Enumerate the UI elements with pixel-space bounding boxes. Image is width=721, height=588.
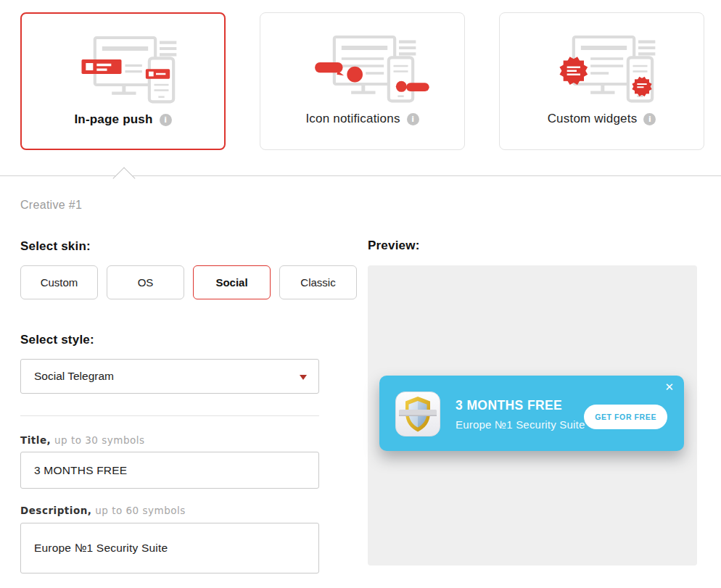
preview-heading: Preview:: [368, 239, 420, 253]
preview-area: 3 MONTHS FREE Europe №1 Security Suite G…: [368, 265, 697, 566]
chevron-down-icon: [300, 375, 307, 380]
format-card-label: Icon notifications: [305, 112, 400, 126]
info-icon[interactable]: i: [160, 114, 172, 126]
description-input-value: Europe №1 Security Suite: [34, 542, 168, 555]
desktop-mobile-badge-icon: [294, 33, 432, 106]
skin-options: Custom OS Social Classic: [20, 265, 357, 299]
description-input[interactable]: Europe №1 Security Suite: [20, 523, 319, 573]
description-field-label: Description, up to 60 symbols: [20, 505, 186, 516]
format-card-label: Custom widgets: [548, 112, 638, 126]
skin-option-custom[interactable]: Custom: [20, 265, 98, 299]
selected-card-notch: [112, 167, 135, 189]
desktop-mobile-widget-icon: [533, 33, 671, 106]
format-card-in-page-push[interactable]: In-page push i: [20, 12, 226, 150]
security-shield-icon: [395, 392, 440, 436]
creative-label: Creative #1: [20, 199, 82, 212]
skin-option-classic[interactable]: Classic: [279, 265, 357, 299]
notification-preview-card: 3 MONTHS FREE Europe №1 Security Suite G…: [379, 376, 684, 451]
desktop-mobile-push-icon: [54, 34, 192, 107]
title-input[interactable]: 3 MONTHS FREE: [20, 452, 319, 489]
info-icon[interactable]: i: [407, 113, 419, 125]
section-divider: [0, 175, 721, 176]
select-skin-heading: Select skin:: [20, 239, 91, 254]
get-for-free-button[interactable]: GET FOR FREE: [584, 405, 667, 429]
form-divider: [20, 415, 319, 416]
format-card-label: In-page push: [74, 112, 152, 127]
notification-text-block: 3 MONTHS FREE Europe №1 Security Suite: [456, 398, 585, 431]
close-icon[interactable]: ✕: [664, 381, 674, 394]
title-field-label: Title, up to 30 symbols: [20, 434, 145, 446]
style-dropdown-value: Social Telegram: [21, 370, 114, 383]
style-dropdown[interactable]: Social Telegram: [20, 359, 319, 394]
creative-editor: In-page push i Icon notifications i: [0, 0, 721, 588]
skin-option-social[interactable]: Social: [193, 265, 271, 299]
select-style-heading: Select style:: [20, 333, 94, 347]
title-input-value: 3 MONTHS FREE: [34, 464, 127, 477]
notification-description: Europe №1 Security Suite: [456, 418, 585, 431]
notification-title: 3 MONTHS FREE: [456, 398, 585, 413]
format-card-icon-notifications[interactable]: Icon notifications i: [260, 12, 465, 150]
format-card-custom-widgets[interactable]: Custom widgets i: [499, 12, 704, 150]
skin-option-os[interactable]: OS: [107, 265, 184, 299]
info-icon[interactable]: i: [643, 113, 656, 125]
